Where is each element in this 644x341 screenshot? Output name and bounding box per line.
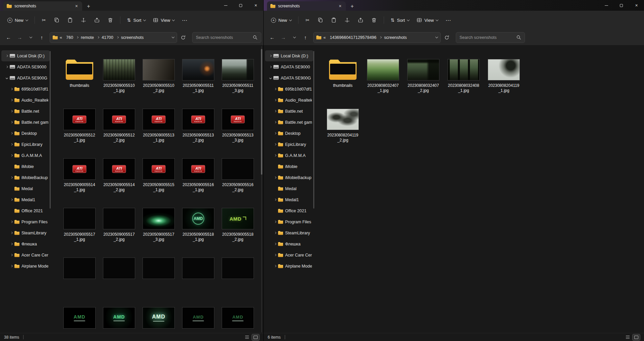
tree-chevron-icon[interactable] [10, 154, 13, 157]
tab-close-icon[interactable]: × [337, 3, 343, 9]
tree-chevron-icon[interactable] [6, 66, 8, 68]
file-item[interactable]: thumbnails [61, 59, 98, 94]
sidebar-item[interactable]: 695b10d07df1 [265, 83, 313, 95]
details-view-toggle[interactable] [243, 334, 251, 340]
maximize-button[interactable] [614, 0, 629, 11]
tree-chevron-icon[interactable] [274, 265, 276, 267]
scrollbar-thumb[interactable] [261, 49, 262, 175]
sidebar-item[interactable]: iMobieBackup [1, 172, 50, 183]
file-item[interactable]: ATI RADEON 20230509005513_2.jpg [179, 109, 217, 144]
tree-chevron-icon[interactable] [10, 232, 13, 234]
recent-locations-button[interactable] [25, 32, 36, 43]
file-item[interactable]: 20230509005517_2.jpg [100, 208, 138, 243]
sidebar-item[interactable]: iMobie [1, 161, 50, 172]
share-button[interactable] [91, 14, 103, 26]
address-dropdown-icon[interactable] [435, 36, 438, 38]
sidebar-item[interactable]: G.A.M.M.A [1, 150, 50, 161]
new-button[interactable]: + New [268, 14, 295, 26]
tree-chevron-icon[interactable] [269, 55, 272, 57]
file-item[interactable] [179, 258, 217, 292]
tree-chevron-icon[interactable] [274, 221, 276, 223]
minimize-button[interactable] [218, 0, 233, 11]
sort-button[interactable]: ⇅ Sort [124, 14, 149, 26]
file-item[interactable]: AMD [219, 307, 257, 333]
paste-button[interactable] [64, 14, 76, 26]
file-item[interactable]: 20230509005510_2.jpg [140, 59, 177, 94]
sidebar-item[interactable]: Local Disk (D:) [1, 50, 50, 61]
tab-screenshots[interactable]: screenshots × [267, 1, 346, 11]
sidebar-item[interactable]: Airplane Mode [1, 261, 50, 272]
tree-chevron-icon[interactable] [10, 110, 13, 112]
content-scrollbar[interactable] [260, 46, 263, 332]
delete-button[interactable] [104, 14, 117, 26]
file-item[interactable]: 20230808204119_1.jpg [485, 59, 523, 94]
file-item[interactable]: 20230509005510_1.jpg [100, 59, 138, 94]
tree-chevron-icon[interactable] [269, 66, 272, 68]
new-tab-button[interactable]: + [84, 2, 94, 11]
breadcrumb-item[interactable]: screenshots [119, 34, 146, 41]
sidebar-scrollbar[interactable] [313, 51, 314, 209]
file-item[interactable]: ATI RADEON 20230509005514_1.jpg [61, 158, 98, 193]
file-item[interactable]: ATI RADEON 20230509005516_1.jpg [179, 158, 217, 193]
sidebar-item[interactable]: ADATA SE9000 [265, 61, 313, 72]
sidebar-item[interactable]: Medal [265, 183, 313, 194]
tree-chevron-icon[interactable] [274, 254, 276, 256]
file-item[interactable] [100, 258, 138, 292]
sidebar-item[interactable]: Battle.net [1, 106, 50, 117]
sidebar-item[interactable]: Флешка [1, 238, 50, 249]
sidebar-item[interactable]: Battle.net [265, 106, 313, 117]
sort-button[interactable]: ⇅ Sort [387, 14, 413, 26]
breadcrumb-overflow[interactable]: « [60, 35, 62, 40]
paste-button[interactable] [327, 14, 340, 26]
sidebar-item[interactable]: Local Disk (D:) [265, 50, 313, 61]
tree-chevron-icon[interactable] [274, 176, 276, 179]
file-item[interactable]: AMD [140, 307, 177, 333]
tree-chevron-icon[interactable] [10, 99, 13, 101]
sidebar-item[interactable]: iMobie [265, 161, 313, 172]
file-item[interactable]: ATI RADEON 20230509005513_1.jpg [140, 109, 177, 144]
sidebar-item[interactable]: Office 2021 [1, 205, 50, 216]
thumbnail-view-toggle[interactable] [252, 334, 259, 340]
new-button[interactable]: + New [4, 14, 31, 26]
search-input[interactable] [196, 35, 251, 40]
forward-button[interactable]: → [278, 32, 288, 43]
rename-button[interactable] [77, 14, 90, 26]
sidebar-item[interactable]: 695b10d07df1 [1, 83, 50, 95]
breadcrumb-overflow[interactable]: « [323, 35, 326, 40]
tree-chevron-icon[interactable] [274, 88, 276, 90]
sidebar-item[interactable]: Medal1 [1, 194, 50, 205]
tree-chevron-icon[interactable] [274, 132, 276, 134]
tree-chevron-icon[interactable] [6, 55, 8, 57]
back-button[interactable]: ← [267, 32, 277, 43]
tree-chevron-icon[interactable] [274, 243, 276, 245]
sidebar-item[interactable]: Acer Care Cent [265, 249, 313, 261]
copy-button[interactable] [314, 14, 327, 26]
sidebar-item[interactable]: EpicLibrary [265, 139, 313, 150]
file-item[interactable]: 20230808032407_1.jpg [364, 59, 402, 94]
tree-chevron-icon[interactable] [6, 77, 8, 79]
sidebar-item[interactable]: Medal1 [265, 194, 313, 205]
tree-chevron-icon[interactable] [274, 143, 276, 146]
file-item[interactable]: ATI RADEON 20230509005512_1.jpg [61, 109, 98, 144]
tree-chevron-icon[interactable] [274, 99, 276, 101]
refresh-button[interactable] [178, 32, 188, 43]
file-item[interactable]: ATI RADEON 20230509005514_2.jpg [100, 158, 138, 193]
file-item[interactable]: 20230808204119_2.jpg [324, 109, 362, 144]
sidebar-item[interactable]: Audio_Realtek [1, 95, 50, 106]
sidebar-item[interactable]: ADATA SE900G [265, 72, 313, 83]
tree-chevron-icon[interactable] [10, 132, 13, 134]
file-item[interactable] [219, 258, 257, 292]
breadcrumb-item[interactable]: remote [79, 34, 100, 41]
file-item[interactable]: 20230509005517_1.jpg [61, 208, 98, 243]
sidebar-item[interactable]: Acer Care Cent [1, 249, 50, 261]
rename-button[interactable] [341, 14, 354, 26]
file-item[interactable]: 20230808032407_2.jpg [405, 59, 442, 94]
address-dropdown-icon[interactable] [172, 36, 174, 38]
thumbnail-view-toggle[interactable] [633, 334, 640, 340]
delete-button[interactable] [368, 14, 380, 26]
sidebar-item[interactable]: Desktop [265, 128, 313, 139]
file-item[interactable]: thumbnails [324, 59, 362, 94]
file-item[interactable]: 20230509005516_2.jpg [219, 158, 257, 193]
sidebar-item[interactable]: G.A.M.M.A [265, 150, 313, 161]
sidebar-item[interactable]: Battle.net gam [265, 117, 313, 128]
